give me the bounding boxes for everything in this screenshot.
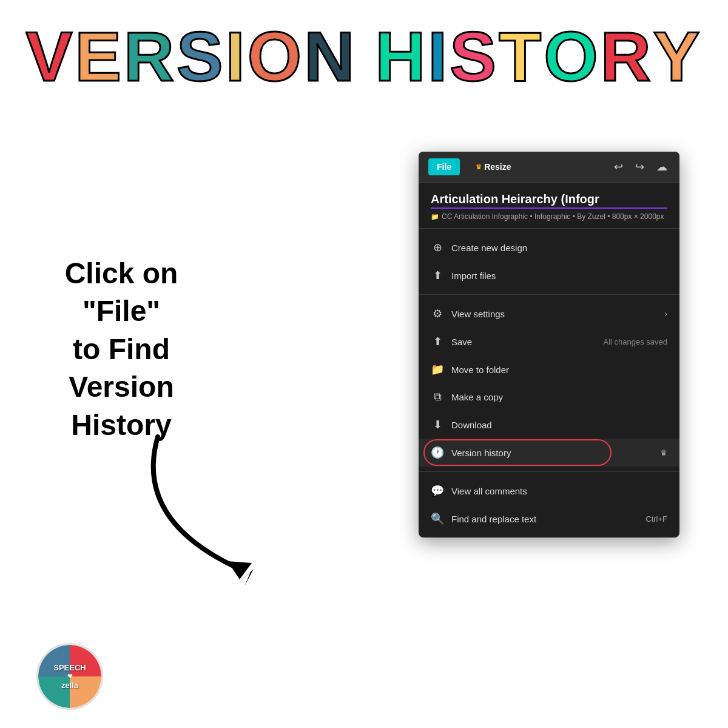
menu-section-bottom: 💬 View all comments 🔍 Find and replace t… [419, 472, 679, 538]
redo-button[interactable]: ↪ [633, 158, 647, 176]
title-letter: O [248, 18, 304, 95]
menu-item-make-copy[interactable]: ⧉ Make a copy [419, 383, 679, 411]
find-replace-label: Find and replace text [451, 514, 638, 524]
create-label: Create new design [451, 243, 667, 253]
toolbar: File ♛ Resize ↩ ↪ ☁ [419, 152, 679, 183]
menu-section-top: ⊕ Create new design ⬆ Import files [419, 229, 679, 295]
canva-panel: File ♛ Resize ↩ ↪ ☁ Articulation Heirarc… [419, 152, 679, 538]
copy-icon: ⧉ [431, 391, 444, 403]
cloud-save-button[interactable]: ☁ [654, 158, 670, 176]
logo: SPEECH ❤ zella [36, 643, 103, 710]
title-letter: I [428, 18, 450, 95]
crown-icon: ♛ [476, 163, 482, 171]
title-letter: S [450, 18, 499, 95]
title-letter: E [75, 18, 124, 95]
title-letter: Y [653, 18, 703, 95]
title-letter: R [601, 18, 653, 95]
download-icon: ⬇ [431, 418, 444, 431]
move-folder-label: Move to folder [451, 365, 667, 375]
logo-speech: SPEECH [53, 664, 86, 672]
menu-item-download[interactable]: ⬇ Download [419, 411, 679, 439]
title-area: VERSIONHISTORY [0, 18, 728, 95]
instruction-text: Click on "File" to Find Version History [36, 255, 206, 444]
title-letter: N [304, 18, 357, 95]
undo-button[interactable]: ↩ [612, 158, 625, 176]
title-letter: O [544, 18, 600, 95]
design-meta: 📁 CC Articulation Infographic • Infograp… [431, 212, 667, 221]
menu-item-version-history[interactable]: 🕐 Version history ♛ [419, 439, 679, 467]
design-title: Articulation Heirarchy (Infogr [431, 192, 667, 209]
logo-zella: zella [61, 681, 78, 690]
menu-item-move-to-folder[interactable]: 📁 Move to folder [419, 356, 679, 383]
version-history-crown: ♛ [660, 448, 667, 457]
menu-item-import-files[interactable]: ⬆ Import files [419, 261, 679, 289]
find-replace-shortcut: Ctrl+F [645, 514, 667, 524]
history-icon: 🕐 [431, 446, 444, 459]
save-status: All changes saved [603, 337, 667, 346]
settings-icon: ⚙ [431, 307, 444, 320]
save-icon: ⬆ [431, 335, 444, 348]
title-letter: T [499, 18, 544, 95]
title-letter: H [375, 18, 428, 95]
title-letter: I [226, 18, 248, 95]
panel-header: Articulation Heirarchy (Infogr 📁 CC Arti… [419, 183, 679, 229]
menu-item-view-settings[interactable]: ⚙ View settings › [419, 300, 679, 328]
folder-icon: 📁 [431, 213, 439, 221]
create-icon: ⊕ [431, 241, 444, 254]
title-letter: V [26, 18, 75, 95]
file-button[interactable]: File [428, 158, 460, 175]
chevron-right-icon: › [664, 309, 667, 318]
settings-label: View settings [451, 309, 657, 319]
folder-icon-menu: 📁 [431, 363, 444, 376]
comments-label: View all comments [451, 486, 667, 496]
page-title: VERSIONHISTORY [0, 18, 728, 95]
menu-section-middle: ⚙ View settings › ⬆ Save All changes sav… [419, 295, 679, 472]
menu-item-save[interactable]: ⬆ Save All changes saved [419, 328, 679, 356]
version-history-label: Version history [451, 448, 653, 458]
arrow-graphic [121, 425, 303, 595]
menu-item-find-replace[interactable]: 🔍 Find and replace text Ctrl+F [419, 505, 679, 533]
import-icon: ⬆ [431, 269, 444, 282]
title-letter: R [124, 18, 177, 95]
make-copy-label: Make a copy [451, 392, 667, 402]
search-icon: 🔍 [431, 512, 444, 525]
comments-icon: 💬 [431, 484, 444, 497]
resize-button[interactable]: ♛ Resize [467, 158, 519, 175]
menu-item-view-comments[interactable]: 💬 View all comments [419, 477, 679, 505]
save-label: Save [451, 337, 596, 347]
import-label: Import files [451, 271, 667, 281]
download-label: Download [451, 420, 667, 430]
menu-item-create-new-design[interactable]: ⊕ Create new design [419, 234, 679, 261]
title-letter: S [177, 18, 226, 95]
